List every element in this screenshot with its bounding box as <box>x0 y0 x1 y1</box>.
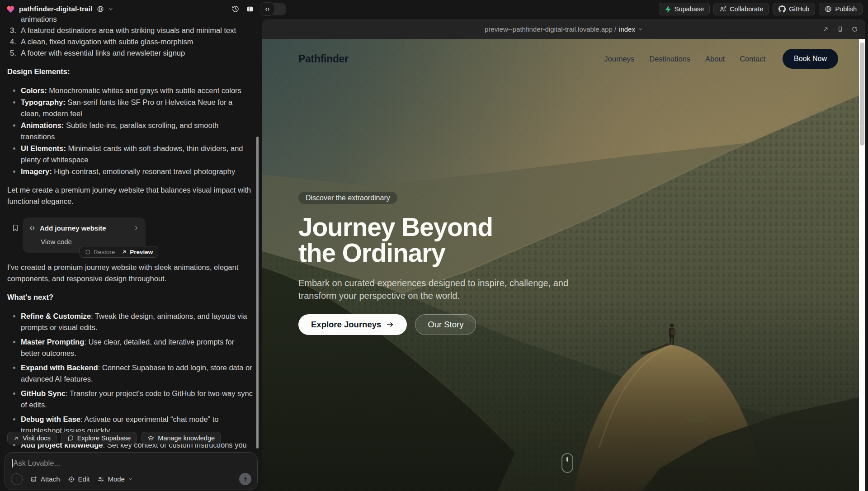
result-paragraph: I've created a premium journey website w… <box>7 262 253 284</box>
list-item: Animations: Subtle fade-ins, parallax sc… <box>7 120 253 142</box>
refresh-icon[interactable] <box>851 26 858 33</box>
arrow-right-icon <box>386 321 394 329</box>
github-button[interactable]: GitHub <box>773 3 815 15</box>
add-button[interactable] <box>11 473 23 485</box>
chevron-right-icon[interactable] <box>133 225 139 231</box>
hero-subtitle: Embark on curated experiences designed t… <box>298 277 583 302</box>
composer: Ask Lovable... Attach Edit <box>5 452 258 490</box>
supabase-button[interactable]: Supabase <box>659 3 710 15</box>
text-caret <box>12 459 13 467</box>
code-preview-toggle[interactable] <box>260 3 286 15</box>
list-item: Typography: San-serif fonts like SF Pro … <box>7 97 253 119</box>
manage-knowledge-button[interactable]: Manage knowledge <box>142 432 221 444</box>
send-button[interactable] <box>239 473 251 485</box>
attach-button[interactable]: Attach <box>30 475 60 483</box>
image-icon <box>30 476 38 483</box>
mobile-view-icon[interactable] <box>837 26 844 33</box>
list-item: GitHub Sync: Transfer your project's cod… <box>7 388 253 411</box>
nav-about[interactable]: About <box>705 55 725 63</box>
list-item: 4.A clean, fixed navigation with subtle … <box>7 36 253 47</box>
github-icon <box>778 5 786 13</box>
list-item: Refine & Customize: Tweak the design, an… <box>7 311 253 333</box>
graduation-cap-icon <box>147 435 154 442</box>
chevron-down-icon[interactable] <box>638 27 643 32</box>
nav-journeys[interactable]: Journeys <box>604 55 634 63</box>
design-bullets: Colors: Monochromatic whites and grays w… <box>7 85 253 177</box>
chat-panel: animations 3.A featured destinations are… <box>0 15 260 491</box>
nav-destinations[interactable]: Destinations <box>649 55 690 63</box>
lead-paragraph: Let me create a premium journey website … <box>7 184 253 207</box>
input-placeholder: Ask Lovable... <box>14 459 61 467</box>
preview-controls <box>822 19 858 39</box>
collaborate-button[interactable]: Collaborate <box>713 3 769 15</box>
whats-next-heading: What's next? <box>7 292 253 303</box>
edit-card-title: Add journey website <box>40 222 129 234</box>
restore-button[interactable]: Restore <box>85 246 115 258</box>
globe-icon <box>97 5 104 13</box>
history-icon[interactable] <box>231 5 240 13</box>
project-name: pathfinder-digital-trail <box>19 5 93 13</box>
topbar-actions: Supabase Collaborate GitHub Publish <box>659 3 863 15</box>
scroll-indicator <box>561 453 573 473</box>
edit-card-wrap: Add journey website View code Restore Pr… <box>7 217 253 262</box>
hero-section: Discover the extraordinary Journey Beyon… <box>298 192 588 335</box>
design-elements-heading: Design Elements: <box>7 66 253 77</box>
publish-button[interactable]: Publish <box>819 3 863 15</box>
supabase-bolt-icon <box>665 6 671 13</box>
list-item: 3.A featured destinations area with stri… <box>7 25 253 36</box>
quick-actions: Visit docs Explore Supabase Manage knowl… <box>7 432 221 444</box>
site-logo[interactable]: Pathfinder <box>298 53 349 65</box>
hero-badge: Discover the extraordinary <box>298 192 397 204</box>
explore-journeys-button[interactable]: Explore Journeys <box>298 314 407 335</box>
chat-bubble-icon <box>67 435 74 441</box>
list-item: Imagery: High-contrast, emotionally reso… <box>7 166 253 177</box>
numbered-list: 3.A featured destinations area with stri… <box>7 25 253 59</box>
hero-title: Journey Beyondthe Ordinary <box>298 214 588 266</box>
code-icon <box>29 225 36 231</box>
chevron-down-icon[interactable] <box>108 6 113 12</box>
target-icon <box>68 476 75 483</box>
site-menu: Journeys Destinations About Contact <box>604 55 765 63</box>
list-item: UI Elements: Minimalist cards with soft … <box>7 143 253 165</box>
visit-docs-button[interactable]: Visit docs <box>7 432 57 444</box>
bookmark-icon[interactable] <box>11 224 19 232</box>
list-item: Colors: Monochromatic whites and grays w… <box>7 85 253 96</box>
restore-preview-pill: Restore Preview <box>80 246 158 258</box>
mode-button[interactable]: Mode <box>97 475 133 483</box>
list-item: Master Prompting: Use clear, detailed, a… <box>7 336 253 359</box>
edit-button[interactable]: Edit <box>68 475 90 483</box>
preview-panel: preview--pathfinder-digital-trail.lovabl… <box>262 19 865 491</box>
open-external-icon[interactable] <box>822 26 829 33</box>
publish-globe-icon <box>825 5 832 13</box>
assistant-message: animations 3.A featured destinations are… <box>7 15 253 465</box>
sliders-icon <box>97 476 104 483</box>
explore-supabase-button[interactable]: Explore Supabase <box>61 432 137 444</box>
preview-page[interactable]: index <box>619 25 635 33</box>
preview-button[interactable]: Preview <box>121 246 153 258</box>
book-now-button[interactable]: Book Now <box>783 49 838 69</box>
panel-layout-icon[interactable] <box>246 5 254 13</box>
lovable-heart-logo <box>6 5 15 14</box>
chat-scrollbar[interactable] <box>256 137 259 449</box>
nav-contact[interactable]: Contact <box>740 55 765 63</box>
composer-toolbar: Attach Edit Mode <box>11 473 251 485</box>
site-frame: Pathfinder Journeys Destinations About C… <box>262 39 865 491</box>
ask-input[interactable]: Ask Lovable... <box>5 453 257 467</box>
preview-header: preview--pathfinder-digital-trail.lovabl… <box>262 19 865 39</box>
site-nav: Pathfinder Journeys Destinations About C… <box>262 39 859 79</box>
site-scrollbar[interactable] <box>859 39 865 491</box>
chevron-down-icon <box>128 477 133 482</box>
list-item: Expand with Backend: Connect Supabase to… <box>7 362 253 385</box>
clipped-line: animations <box>7 15 253 25</box>
preview-url[interactable]: preview--pathfinder-digital-trail.lovabl… <box>485 25 616 33</box>
users-icon <box>719 5 726 13</box>
hero-buttons: Explore Journeys Our Story <box>298 314 588 335</box>
our-story-button[interactable]: Our Story <box>415 314 476 335</box>
code-toggle-icon[interactable] <box>260 3 274 15</box>
arrow-up-right-icon <box>13 435 19 441</box>
site-scrollbar-thumb[interactable] <box>860 42 864 146</box>
list-item: 5.A footer with essential links and news… <box>7 47 253 59</box>
